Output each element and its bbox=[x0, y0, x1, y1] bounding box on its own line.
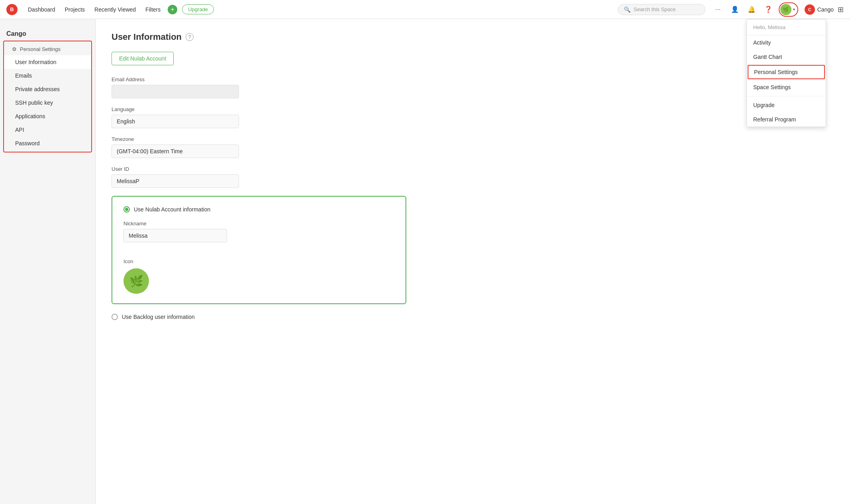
dropdown-personal-settings[interactable]: Personal Settings bbox=[748, 65, 825, 79]
email-label: Email Address bbox=[112, 76, 834, 82]
sidebar-item-user-information[interactable]: User Information bbox=[4, 55, 91, 69]
timezone-input[interactable] bbox=[112, 145, 239, 158]
sidebar-item-ssh-public-key[interactable]: SSH public key bbox=[4, 96, 91, 109]
sidebar-section: ⚙ Personal Settings User Information Ema… bbox=[3, 41, 92, 152]
user-avatar-icon: 🌿 bbox=[123, 268, 149, 294]
page-title-row: User Information ? bbox=[112, 32, 834, 42]
notifications-button[interactable]: 🔔 bbox=[745, 3, 758, 16]
chevron-down-icon: ▾ bbox=[793, 7, 795, 12]
search-placeholder: Search this Space bbox=[634, 6, 676, 12]
dropdown-greeting: Hello, Melissa bbox=[747, 20, 826, 35]
language-group: Language bbox=[112, 106, 834, 128]
edit-nulab-account-button[interactable]: Edit Nulab Account bbox=[112, 52, 174, 65]
profile-icon-button[interactable]: 👤 bbox=[729, 3, 741, 16]
user-avatar-button[interactable]: 🌿 ▾ bbox=[779, 2, 798, 17]
upgrade-button[interactable]: Upgrade bbox=[182, 4, 214, 14]
nulab-radio-header: Use Nulab Account information bbox=[123, 206, 394, 213]
nulab-account-box: Use Nulab Account information Nickname I… bbox=[112, 196, 406, 304]
help-button[interactable]: ❓ bbox=[762, 3, 775, 16]
dropdown-referral-program[interactable]: Referral Program bbox=[747, 112, 826, 127]
email-address-group: Email Address bbox=[112, 76, 834, 98]
dropdown-activity[interactable]: Activity bbox=[747, 35, 826, 50]
nickname-group: Nickname bbox=[123, 221, 394, 250]
nav-dashboard[interactable]: Dashboard bbox=[24, 4, 59, 15]
email-input[interactable] bbox=[112, 85, 239, 98]
page-title: User Information bbox=[112, 32, 182, 42]
avatar: 🌿 bbox=[780, 4, 791, 15]
icon-label: Icon bbox=[123, 258, 394, 264]
topnav-brand-area: C Cango ⊞ bbox=[805, 4, 844, 15]
sidebar-item-emails[interactable]: Emails bbox=[4, 69, 91, 82]
backlog-radio-button[interactable] bbox=[112, 314, 118, 320]
dropdown-gantt-chart[interactable]: Gantt Chart bbox=[747, 50, 826, 64]
nav-links: Dashboard Projects Recently Viewed Filte… bbox=[24, 4, 214, 15]
search-icon: 🔍 bbox=[624, 6, 631, 13]
language-label: Language bbox=[112, 106, 834, 112]
sidebar-item-applications[interactable]: Applications bbox=[4, 109, 91, 123]
sidebar-item-private-addresses[interactable]: Private addresses bbox=[4, 82, 91, 96]
dropdown-divider bbox=[747, 96, 826, 96]
search-bar[interactable]: 🔍 Search this Space bbox=[618, 4, 705, 15]
icon-group: Icon 🌿 bbox=[123, 258, 394, 294]
nav-projects[interactable]: Projects bbox=[61, 4, 89, 15]
sidebar-section-title: ⚙ Personal Settings bbox=[4, 43, 91, 55]
nickname-input[interactable] bbox=[123, 229, 227, 242]
backlog-radio-row: Use Backlog user information bbox=[112, 314, 834, 320]
add-button[interactable]: + bbox=[168, 5, 177, 14]
nav-filters[interactable]: Filters bbox=[141, 4, 165, 15]
app-logo: B bbox=[6, 4, 18, 15]
userid-label: User ID bbox=[112, 166, 834, 172]
user-dropdown: Hello, Melissa Activity Gantt Chart Pers… bbox=[746, 19, 826, 127]
topnav-icon-group: ··· 👤 🔔 ❓ 🌿 ▾ bbox=[712, 2, 798, 17]
top-navigation: B Dashboard Projects Recently Viewed Fil… bbox=[0, 0, 850, 19]
nulab-radio-button[interactable] bbox=[123, 206, 130, 213]
userid-input[interactable] bbox=[112, 174, 239, 188]
sidebar-item-api[interactable]: API bbox=[4, 123, 91, 137]
timezone-label: Timezone bbox=[112, 136, 834, 142]
radio-selected-indicator bbox=[125, 208, 128, 211]
more-options-button[interactable]: ··· bbox=[712, 3, 725, 16]
timezone-group: Timezone bbox=[112, 136, 834, 158]
language-input[interactable] bbox=[112, 115, 239, 128]
brand-logo: C bbox=[805, 4, 815, 15]
dropdown-upgrade[interactable]: Upgrade bbox=[747, 98, 826, 112]
nulab-radio-label: Use Nulab Account information bbox=[134, 206, 210, 213]
nickname-label: Nickname bbox=[123, 221, 394, 227]
gear-icon: ⚙ bbox=[12, 46, 17, 52]
main-content: User Information ? Edit Nulab Account Em… bbox=[96, 19, 850, 504]
grid-icon[interactable]: ⊞ bbox=[838, 5, 844, 14]
userid-group: User ID bbox=[112, 166, 834, 188]
sidebar-item-password[interactable]: Password bbox=[4, 137, 91, 150]
main-layout: Cango ⚙ Personal Settings User Informati… bbox=[0, 19, 850, 504]
dropdown-space-settings[interactable]: Space Settings bbox=[747, 80, 826, 94]
brand-name: C Cango bbox=[805, 4, 834, 15]
sidebar: Cango ⚙ Personal Settings User Informati… bbox=[0, 19, 96, 504]
workspace-title: Cango bbox=[0, 25, 95, 41]
nav-recently-viewed[interactable]: Recently Viewed bbox=[90, 4, 140, 15]
help-icon[interactable]: ? bbox=[186, 33, 194, 41]
backlog-radio-label: Use Backlog user information bbox=[122, 314, 195, 320]
